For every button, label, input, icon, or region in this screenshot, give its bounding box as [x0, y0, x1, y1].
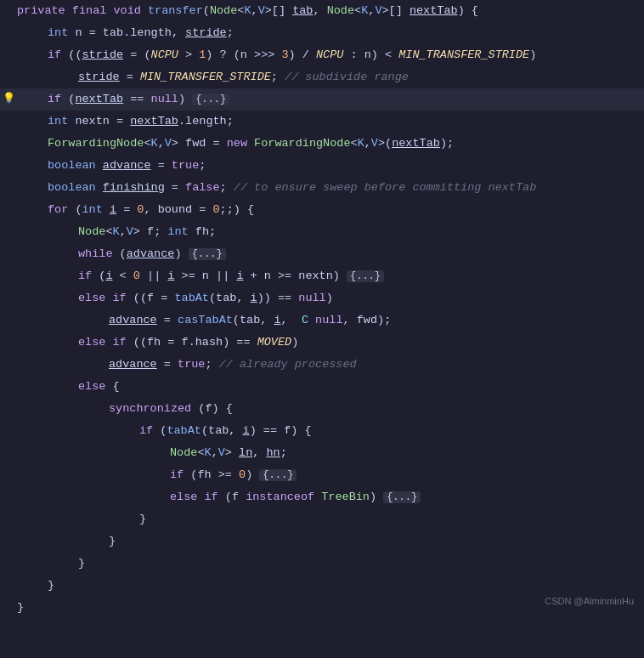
code-line: synchronized (f) { [0, 398, 644, 420]
code-line: while (advance) {...} [0, 243, 644, 265]
code-line: int nextn = nextTab.length; [0, 111, 644, 133]
line-code: advance = casTabAt(tab, i, C null, fwd); [102, 309, 644, 332]
code-line: else if ((f = tabAt(tab, i)) == null) [0, 287, 644, 309]
line-code: if ((stride = (NCPU > 1) ? (n >>> 3) / N… [41, 44, 644, 66]
code-line: boolean advance = true; [0, 155, 644, 177]
code-line: if (fh >= 0) {...} [0, 464, 644, 486]
code-line: advance = true; // already processed [0, 354, 644, 376]
code-line: if ((stride = (NCPU > 1) ? (n >>> 3) / N… [0, 44, 644, 66]
code-line: Node<K,V> f; int fh; [0, 221, 644, 243]
line-code: for (int i = 0, bound = 0;;) { [41, 199, 644, 221]
code-line: else { [0, 376, 644, 398]
code-line: } [0, 508, 644, 530]
code-line: if (tabAt(tab, i) == f) { [0, 420, 644, 442]
line-code: boolean finishing = false; // to ensure … [41, 177, 644, 199]
watermark: CSDN @AlminminHu [545, 590, 634, 612]
line-code: while (advance) {...} [71, 243, 644, 265]
code-line: 💡if (nextTab == null) {...} [0, 88, 644, 111]
line-code: else if ((fh = f.hash) == MOVED) [71, 332, 644, 354]
line-code: Node<K,V> ln, hn; [163, 442, 644, 464]
code-line: boolean finishing = false; // to ensure … [0, 177, 644, 199]
code-line: ForwardingNode<K,V> fwd = new Forwarding… [0, 133, 644, 155]
line-code: if (tabAt(tab, i) == f) { [133, 420, 644, 442]
code-line: private final void transfer(Node<K,V>[] … [0, 0, 644, 22]
line-code: if (nextTab == null) {...} [41, 88, 644, 111]
line-code: Node<K,V> f; int fh; [71, 221, 644, 243]
line-code: synchronized (f) { [102, 398, 644, 420]
code-line: int n = tab.length, stride; [0, 22, 644, 44]
code-container: private final void transfer(Node<K,V>[] … [0, 0, 644, 619]
code-line: Node<K,V> ln, hn; [0, 442, 644, 464]
code-line: } [0, 553, 644, 575]
line-code: int nextn = nextTab.length; [41, 111, 644, 133]
code-line: if (i < 0 || i >= n || i + n >= nextn) {… [0, 265, 644, 287]
lightbulb-icon[interactable]: 💡 [2, 92, 15, 105]
line-code: } [133, 508, 644, 530]
line-code: if (fh >= 0) {...} [163, 464, 644, 486]
line-code: } [71, 553, 644, 575]
code-line: } [0, 530, 644, 553]
code-line: stride = MIN_TRANSFER_STRIDE; // subdivi… [0, 66, 644, 88]
line-code: if (i < 0 || i >= n || i + n >= nextn) {… [71, 265, 644, 287]
line-code: int n = tab.length, stride; [41, 22, 644, 44]
line-code: advance = true; // already processed [102, 354, 644, 376]
line-code: private final void transfer(Node<K,V>[] … [10, 0, 644, 22]
line-code: ForwardingNode<K,V> fwd = new Forwarding… [41, 133, 644, 155]
line-code: else { [71, 376, 644, 398]
line-code: stride = MIN_TRANSFER_STRIDE; // subdivi… [71, 66, 644, 88]
line-code: boolean advance = true; [41, 155, 644, 177]
code-line: for (int i = 0, bound = 0;;) { [0, 199, 644, 221]
code-line: else if ((fh = f.hash) == MOVED) [0, 332, 644, 354]
line-code: } [102, 530, 644, 553]
line-code: else if (f instanceof TreeBin) {...} [163, 486, 644, 508]
line-code: else if ((f = tabAt(tab, i)) == null) [71, 287, 644, 309]
code-line: else if (f instanceof TreeBin) {...} [0, 486, 644, 508]
code-line: advance = casTabAt(tab, i, C null, fwd); [0, 309, 644, 332]
